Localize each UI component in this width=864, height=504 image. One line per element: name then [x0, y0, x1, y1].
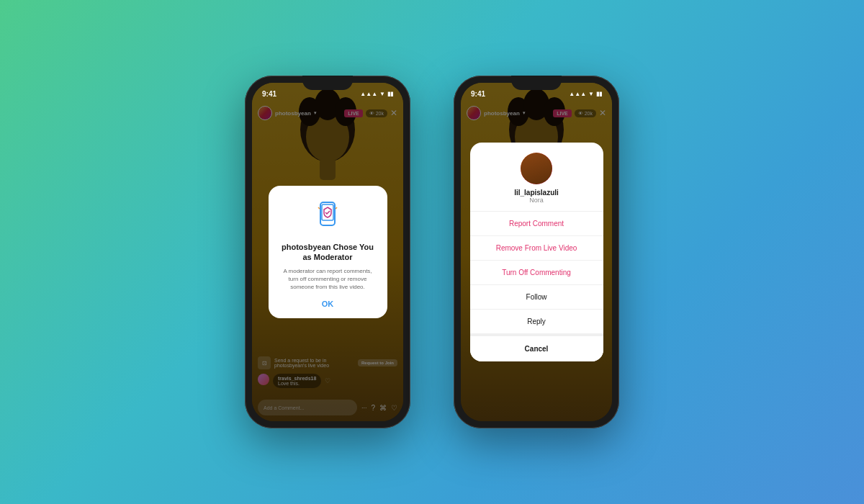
screen-1: 9:41 ▲▲▲ ▼ ▮▮ photosbyean ▾ LIVE 👁 20k ✕	[252, 83, 403, 421]
phone-2: 9:41 ▲▲▲ ▼ ▮▮ photosbyean ▾ LIVE 👁 20k ✕	[454, 76, 619, 428]
notch-1	[302, 76, 353, 90]
action-username: lil_lapislazuli	[514, 189, 559, 197]
screen-2: 9:41 ▲▲▲ ▼ ▮▮ photosbyean ▾ LIVE 👁 20k ✕	[461, 83, 612, 421]
reply-btn[interactable]: Reply	[470, 310, 603, 333]
mod-icon	[310, 199, 346, 235]
action-user-header: lil_lapislazuli Nora	[470, 143, 603, 211]
mod-ok-btn[interactable]: OK	[279, 300, 377, 308]
wifi-icon-1: ▼	[379, 91, 385, 97]
notch-2	[511, 76, 562, 90]
remove-from-live-btn[interactable]: Remove From Live Video	[470, 236, 603, 261]
follow-btn[interactable]: Follow	[470, 285, 603, 310]
status-icons-1: ▲▲▲ ▼ ▮▮	[360, 91, 393, 97]
svg-line-9	[318, 207, 320, 209]
report-comment-btn[interactable]: Report Comment	[470, 212, 603, 236]
status-time-1: 9:41	[262, 90, 276, 98]
mod-title: photosbyean Chose You as Moderator	[279, 242, 377, 263]
mod-desc: A moderator can report comments, turn of…	[279, 267, 377, 292]
moderator-modal: photosbyean Chose You as Moderator A mod…	[269, 186, 387, 318]
wifi-icon-2: ▼	[588, 91, 594, 97]
action-sheet: lil_lapislazuli Nora Report Comment Remo…	[470, 143, 603, 361]
turn-off-commenting-btn[interactable]: Turn Off Commenting	[470, 261, 603, 285]
action-avatar	[521, 153, 552, 184]
status-icons-2: ▲▲▲ ▼ ▮▮	[569, 91, 602, 97]
svg-line-10	[336, 207, 337, 209]
phone-1: 9:41 ▲▲▲ ▼ ▮▮ photosbyean ▾ LIVE 👁 20k ✕	[245, 76, 410, 428]
status-time-2: 9:41	[471, 90, 485, 98]
cancel-btn[interactable]: Cancel	[470, 333, 603, 361]
action-display-name: Nora	[529, 197, 544, 204]
battery-icon-1: ▮▮	[387, 91, 393, 97]
action-avatar-inner	[521, 153, 552, 184]
battery-icon-2: ▮▮	[596, 91, 602, 97]
modal-overlay-1: photosbyean Chose You as Moderator A mod…	[252, 83, 403, 421]
signal-icon-2: ▲▲▲	[569, 91, 586, 97]
signal-icon-1: ▲▲▲	[360, 91, 377, 97]
action-sheet-overlay: lil_lapislazuli Nora Report Comment Remo…	[461, 83, 612, 421]
